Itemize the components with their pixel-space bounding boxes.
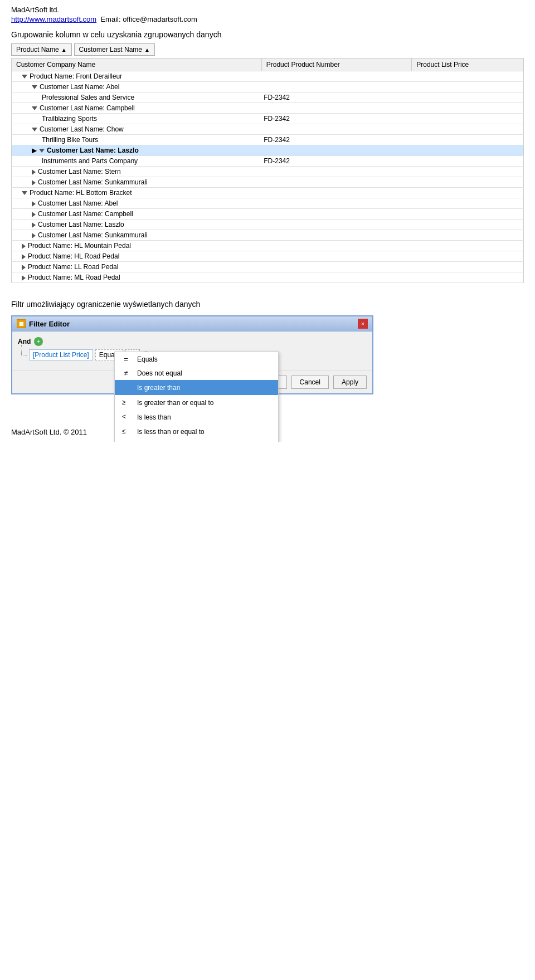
filter-icon: ▦ <box>17 319 26 328</box>
group-btn-product-name-arrow: ▲ <box>61 47 67 53</box>
group-btn-product-name-label: Product Name <box>16 46 59 53</box>
dropdown-item[interactable]: ≤Is less than or equal to <box>115 424 278 439</box>
table-row: Customer Last Name: Chow <box>12 124 262 135</box>
filter-editor-wrapper: ▦ Filter Editor × And + [Product List Pr… <box>11 315 379 394</box>
operator-symbol: < <box>120 413 132 421</box>
table-row: Product Name: ML Road Pedal <box>12 272 262 283</box>
dropdown-item-label: Is greater than or equal to <box>137 399 213 407</box>
filter-editor-close-button[interactable]: × <box>358 319 368 329</box>
group-btn-customer-last-name[interactable]: Customer Last Name ▲ <box>74 43 155 56</box>
col-header-company: Customer Company Name <box>12 58 262 71</box>
section1-title: Grupowanie kolumn w celu uzyskania zgrup… <box>11 30 524 39</box>
table-row: Instruments and Parts Company <box>12 156 262 167</box>
group-btn-customer-last-name-arrow: ▲ <box>144 47 150 53</box>
header: MadArtSoft ltd. http://www.madartsoft.co… <box>11 6 524 23</box>
dropdown-item[interactable]: Is greater than <box>115 380 278 395</box>
operator-symbol: = <box>120 355 132 363</box>
group-btn-product-name[interactable]: Product Name ▲ <box>11 43 72 56</box>
cancel-button[interactable]: Cancel <box>291 376 329 389</box>
table-row: Customer Last Name: Sunkammurali <box>12 230 262 241</box>
table-row: Customer Last Name: Campbell <box>12 103 262 114</box>
data-grid: Customer Company Name Product Product Nu… <box>11 58 524 283</box>
dropdown-item-label: Is less than <box>137 413 171 421</box>
and-row: And + <box>18 337 367 346</box>
section2-title: Filtr umożliwiający ograniczenie wyświet… <box>11 300 524 309</box>
table-row: Customer Last Name: Campbell <box>12 209 262 220</box>
col-header-product-number: Product Product Number <box>261 58 411 71</box>
svg-text:≥: ≥ <box>122 398 126 406</box>
filter-editor: ▦ Filter Editor × And + [Product List Pr… <box>11 315 373 394</box>
svg-text:≤: ≤ <box>122 427 126 435</box>
operator-symbol: ≥ <box>120 398 132 407</box>
email: Email: office@madartsoft.com <box>100 15 197 23</box>
group-header-bar: Product Name ▲ Customer Last Name ▲ <box>11 43 524 56</box>
operator-symbol: ≠ <box>120 369 132 377</box>
and-label: And <box>18 338 31 345</box>
add-condition-button[interactable]: + <box>34 337 43 346</box>
dropdown-item-label: Equals <box>137 355 158 363</box>
dropdown-item[interactable]: ≠Does not equal <box>115 366 278 380</box>
table-row: Thrilling Bike Tours <box>12 135 262 145</box>
filter-editor-title: Filter Editor <box>29 320 70 328</box>
table-row: Customer Last Name: Stern <box>12 167 262 177</box>
table-row: Customer Last Name: Laszlo <box>12 220 262 230</box>
dropdown-item[interactable]: ≥Is greater than or equal to <box>115 395 278 410</box>
operator-symbol <box>120 383 132 392</box>
contact-line: http://www.madartsoft.com Email: office@… <box>11 15 524 23</box>
table-row: Product Name: HL Mountain Pedal <box>12 241 262 251</box>
dropdown-item[interactable]: Is between <box>115 439 278 442</box>
svg-text:<: < <box>122 413 126 420</box>
company-name: MadArtSoft ltd. <box>11 6 524 14</box>
filter-editor-title-left: ▦ Filter Editor <box>17 319 70 328</box>
col-header-list-price: Product List Price <box>412 58 524 71</box>
svg-marker-0 <box>123 384 129 389</box>
group-btn-customer-last-name-label: Customer Last Name <box>79 46 142 53</box>
dropdown-item-label: Does not equal <box>137 369 182 377</box>
table-row: Product Name: Front Derailleur <box>12 71 262 82</box>
table-row: Product Name: LL Road Pedal <box>12 262 262 272</box>
table-row: Trailblazing Sports <box>12 114 262 124</box>
website-link[interactable]: http://www.madartsoft.com <box>11 15 96 23</box>
dropdown-item-label: Is greater than <box>137 384 180 392</box>
table-row: Product Name: HL Bottom Bracket <box>12 188 262 198</box>
table-row: Product Name: HL Road Pedal <box>12 251 262 262</box>
table-row: Customer Last Name: Abel <box>12 198 262 209</box>
table-row: ▶Customer Last Name: Laszlo <box>12 145 262 156</box>
apply-button[interactable]: Apply <box>333 376 367 389</box>
table-row: Customer Last Name: Abel <box>12 82 262 92</box>
field-button[interactable]: [Product List Price] <box>29 349 93 360</box>
operator-dropdown: =Equals≠Does not equalIs greater than≥Is… <box>114 352 279 442</box>
operator-symbol: ≤ <box>120 427 132 436</box>
grid-header-row: Customer Company Name Product Product Nu… <box>12 58 524 71</box>
table-row: Customer Last Name: Sunkammurali <box>12 177 262 188</box>
dropdown-item-label: Is less than or equal to <box>137 428 205 436</box>
dropdown-item[interactable]: =Equals <box>115 352 278 366</box>
table-row: Professional Sales and Service <box>12 92 262 103</box>
filter-editor-titlebar: ▦ Filter Editor × <box>12 316 372 331</box>
dropdown-item[interactable]: <Is less than <box>115 410 278 424</box>
